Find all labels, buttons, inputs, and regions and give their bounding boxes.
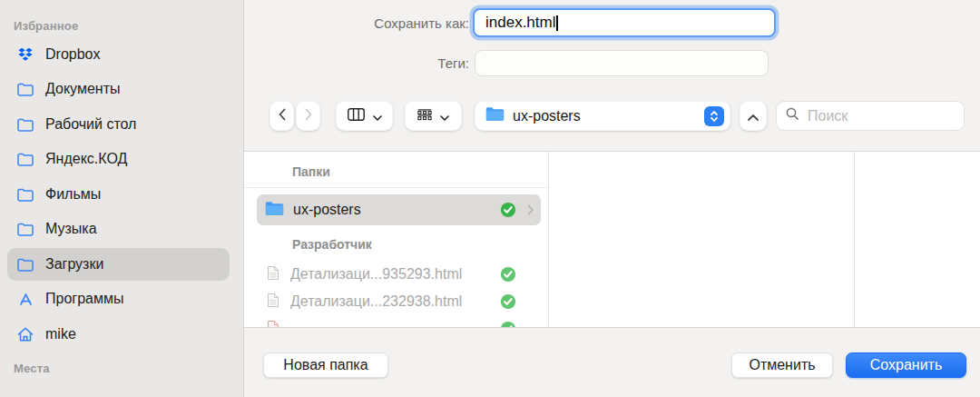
chevron-down-icon [440, 108, 449, 124]
synced-check-icon [500, 202, 516, 218]
tags-input[interactable] [475, 50, 769, 76]
folder-icon [15, 153, 35, 166]
column-divider [854, 152, 855, 327]
file-browser: Папки ux-posters Разработчик [244, 151, 980, 328]
search-icon [786, 107, 799, 124]
folder-icon [485, 106, 505, 125]
sidebar-item-label: Программы [45, 291, 123, 307]
save-dialog: Избранное Dropbox Документы [0, 0, 980, 397]
location-popup[interactable]: ux-posters [475, 101, 730, 131]
sidebar-item-label: mike [45, 326, 76, 342]
sidebar: Избранное Dropbox Документы [0, 0, 244, 397]
up-button[interactable] [740, 101, 767, 131]
cancel-button[interactable]: Отменить [731, 352, 833, 378]
filename-input[interactable]: index.html [473, 8, 776, 37]
sidebar-item-label: Рабочий стол [45, 116, 136, 133]
sidebar-item-label: Документы [45, 81, 120, 97]
sidebar-item-yandex-kod[interactable]: Яндекс.КОД [7, 143, 230, 175]
save-button[interactable]: Сохранить [846, 352, 966, 378]
chevron-right-icon [305, 108, 312, 124]
file-row-clipped[interactable] [257, 319, 541, 328]
dropbox-icon [15, 47, 35, 62]
columns-view-icon [348, 108, 365, 124]
file-row[interactable]: Детализаци...935293.html [257, 264, 541, 284]
sidebar-item-documents[interactable]: Документы [7, 73, 230, 105]
document-icon [267, 265, 279, 284]
folder-icon [265, 201, 284, 220]
sidebar-section-places: Места [14, 362, 50, 375]
document-icon [267, 320, 279, 329]
sidebar-item-dropbox[interactable]: Dropbox [7, 38, 230, 71]
tags-label: Теги: [319, 55, 469, 71]
search-input[interactable] [806, 107, 946, 125]
sidebar-item-label: Dropbox [45, 46, 100, 63]
folder-icon [15, 223, 35, 236]
folders-group-header: Папки [292, 164, 330, 179]
save-label: Сохранить [870, 357, 943, 373]
sidebar-item-movies[interactable]: Фильмы [7, 178, 230, 211]
home-icon [15, 327, 35, 342]
synced-check-icon [500, 266, 516, 283]
sidebar-item-label: Фильмы [45, 186, 101, 203]
synced-check-icon [500, 321, 516, 328]
header-divider [244, 187, 548, 188]
sidebar-item-label: Загрузки [45, 256, 103, 273]
appstore-icon [15, 292, 35, 307]
forward-button[interactable] [296, 101, 320, 131]
save-as-label: Сохранить как: [319, 15, 469, 31]
folder-row-label: ux-posters [293, 202, 361, 218]
group-view-button[interactable] [405, 101, 462, 131]
file-row[interactable]: Детализаци...232938.html [257, 292, 541, 312]
text-caret [556, 15, 558, 31]
sidebar-item-label: Яндекс.КОД [45, 151, 127, 167]
sidebar-item-home[interactable]: mike [7, 318, 230, 351]
column-view-button[interactable] [336, 101, 393, 131]
popup-stepper-icon [704, 106, 724, 126]
folder-icon [15, 258, 35, 272]
filename-value: index.html [485, 14, 555, 32]
search-field[interactable] [776, 101, 965, 131]
back-button[interactable] [270, 101, 294, 131]
sidebar-item-downloads[interactable]: Загрузки [7, 248, 230, 281]
synced-check-icon [500, 293, 516, 310]
cancel-label: Отменить [749, 357, 815, 373]
column-divider [548, 152, 549, 327]
folder-icon [15, 118, 35, 132]
chevron-down-icon [373, 108, 382, 124]
folder-row-ux-posters[interactable]: ux-posters [257, 194, 541, 225]
folder-icon [15, 83, 35, 96]
sidebar-item-desktop[interactable]: Рабочий стол [7, 108, 230, 141]
chevron-up-icon [748, 108, 759, 124]
sidebar-item-label: Музыка [45, 221, 97, 237]
location-label: ux-posters [513, 108, 581, 124]
document-icon [267, 293, 279, 312]
file-row-label: Детализаци...232938.html [290, 293, 462, 310]
new-folder-button[interactable]: Новая папка [263, 352, 388, 378]
chevron-left-icon [279, 108, 286, 124]
sidebar-item-applications[interactable]: Программы [7, 283, 230, 315]
group-view-icon [417, 108, 432, 124]
new-folder-label: Новая папка [283, 357, 368, 373]
sidebar-section-favorites: Избранное [14, 19, 78, 33]
developer-group-header: Разработчик [292, 237, 372, 252]
folder-icon [15, 188, 35, 202]
file-row-label: Детализаци...935293.html [290, 266, 462, 283]
sidebar-item-music[interactable]: Музыка [7, 213, 230, 245]
chevron-right-icon [527, 204, 534, 215]
